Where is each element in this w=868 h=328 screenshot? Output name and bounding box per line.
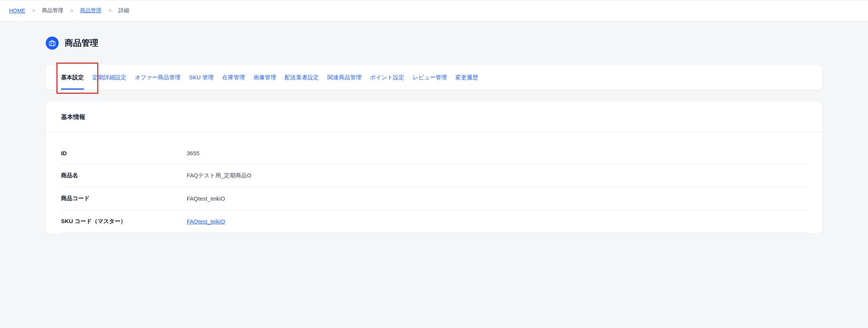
tab-関連商品管理[interactable]: 関連商品管理 — [327, 65, 362, 90]
tab-レビュー管理[interactable]: レビュー管理 — [413, 65, 447, 90]
table-row: 商品名FAQテスト用_定期商品O — [61, 164, 807, 187]
breadcrumb-separator: > — [32, 8, 35, 14]
breadcrumb: HOME>商品管理>商品管理>詳細 — [0, 0, 868, 21]
breadcrumb-item: 詳細 — [119, 7, 129, 14]
section-title: 基本情報 — [46, 102, 822, 132]
page-title: 商品管理 — [65, 37, 98, 49]
tabs: 基本設定定期詳細設定オファー商品管理SKU 管理在庫管理画像管理配送業者設定関連… — [61, 65, 807, 90]
field-label: SKU コード（マスター） — [61, 218, 187, 225]
field-value[interactable]: FAQtest_teikiO — [187, 218, 225, 225]
tab-配送業者設定[interactable]: 配送業者設定 — [285, 65, 319, 90]
tab-ポイント設定[interactable]: ポイント設定 — [370, 65, 404, 90]
breadcrumb-item[interactable]: HOME — [9, 8, 25, 14]
page-title-row: 商品管理 — [46, 37, 822, 50]
field-value: FAQtest_teikiO — [187, 195, 225, 202]
page-content: 商品管理 基本設定定期詳細設定オファー商品管理SKU 管理在庫管理画像管理配送業… — [0, 21, 868, 233]
field-value: 3655 — [187, 150, 199, 156]
tab-定期詳細設定[interactable]: 定期詳細設定 — [92, 65, 127, 90]
table-row: ID3655 — [61, 142, 807, 164]
breadcrumb-separator: > — [108, 8, 111, 14]
table-row: 商品コードFAQtest_teikiO — [61, 187, 807, 210]
breadcrumb-item[interactable]: 商品管理 — [80, 7, 101, 14]
tab-オファー商品管理[interactable]: オファー商品管理 — [135, 65, 181, 90]
tab-在庫管理[interactable]: 在庫管理 — [222, 65, 245, 90]
field-value: FAQテスト用_定期商品O — [187, 172, 251, 179]
kv-list: ID3655商品名FAQテスト用_定期商品O商品コードFAQtest_teiki… — [46, 132, 822, 233]
basic-info-card: 基本情報 ID3655商品名FAQテスト用_定期商品O商品コードFAQtest_… — [46, 102, 822, 233]
table-row: SKU コード（マスター）FAQtest_teikiO — [61, 210, 807, 233]
briefcase-icon — [46, 37, 59, 50]
tab-SKU 管理[interactable]: SKU 管理 — [189, 65, 214, 90]
tab-画像管理[interactable]: 画像管理 — [253, 65, 276, 90]
svg-rect-0 — [50, 42, 55, 46]
tabs-card: 基本設定定期詳細設定オファー商品管理SKU 管理在庫管理画像管理配送業者設定関連… — [46, 65, 822, 90]
field-label: 商品名 — [61, 172, 187, 179]
tab-変更履歴[interactable]: 変更履歴 — [455, 65, 478, 90]
breadcrumb-item: 商品管理 — [42, 7, 63, 14]
breadcrumb-separator: > — [70, 8, 73, 14]
field-label: ID — [61, 150, 187, 156]
tab-基本設定[interactable]: 基本設定 — [61, 65, 84, 90]
field-label: 商品コード — [61, 195, 187, 202]
